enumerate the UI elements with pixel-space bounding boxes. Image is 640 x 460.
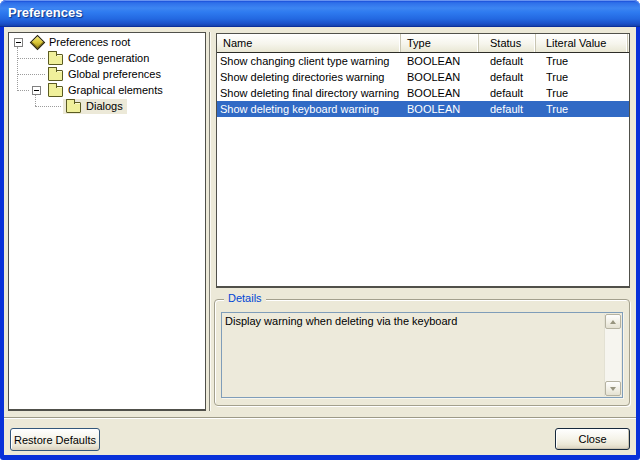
tree-item-label: Code generation [68,52,149,64]
dialog-content: Preferences root Code generation Global … [4,27,636,455]
cell-type: BOOLEAN [401,87,479,99]
table-header: Name Type Status Literal Value [217,34,629,53]
details-groupbox: Details Display warning when deleting vi… [214,299,630,406]
tree-item-label: Graphical elements [68,84,163,96]
tree-item-preferences-root[interactable]: Preferences root [10,34,204,50]
panel-splitter[interactable] [209,32,210,411]
cell-name: Show deleting directories warning [217,71,401,83]
scroll-up-button[interactable] [605,314,621,329]
details-scrollbar[interactable] [604,314,621,396]
tree-selection-highlight[interactable]: Dialogs [63,99,127,114]
tree-item-dialogs[interactable]: Dialogs [10,98,204,114]
preferences-tree: Preferences root Code generation Global … [8,32,206,411]
tree-item-label: Global preferences [68,68,161,80]
properties-table: Name Type Status Literal Value Show chan… [216,33,630,288]
details-groupbox-label: Details [224,292,266,304]
restore-defaults-button[interactable]: Restore Defaults [10,428,100,451]
column-header-name[interactable]: Name [217,34,401,52]
column-header-filler [628,34,630,52]
title-bar[interactable]: Preferences [0,0,640,27]
cell-literal-value: True [536,55,629,67]
collapse-minus-icon[interactable] [14,38,23,47]
cell-literal-value: True [536,87,629,99]
arrow-up-icon [610,320,616,324]
preferences-root-icon [29,35,45,50]
cell-name: Show deleting final directory warning [217,87,401,99]
cell-name: Show deleting keyboard warning [217,103,401,115]
tree-item-label: Dialogs [86,100,123,112]
cell-literal-value: True [536,71,629,83]
cell-status: default [479,87,536,99]
close-button[interactable]: Close [555,428,630,450]
cell-status: default [479,55,536,67]
table-row-selected[interactable]: Show deleting keyboard warning BOOLEAN d… [217,101,629,117]
column-header-status[interactable]: Status [479,34,536,52]
tree-item-code-generation[interactable]: Code generation [10,50,204,66]
window-title: Preferences [8,5,82,20]
cell-type: BOOLEAN [401,103,479,115]
scroll-down-button[interactable] [605,381,621,396]
cell-literal-value: True [536,103,629,115]
cell-type: BOOLEAN [401,55,479,67]
button-area-divider [4,417,636,419]
arrow-down-icon [610,387,616,391]
folder-icon [66,102,81,113]
tree-item-label: Preferences root [49,36,130,48]
cell-status: default [479,71,536,83]
table-row[interactable]: Show deleting final directory warning BO… [217,85,629,101]
tree-item-graphical-elements[interactable]: Graphical elements [10,82,204,98]
details-textarea[interactable]: Display warning when deleting via the ke… [221,312,623,398]
cell-name: Show changing client type warning [217,55,401,67]
folder-icon [48,70,63,81]
column-header-literal-value[interactable]: Literal Value [536,34,628,52]
cell-status: default [479,103,536,115]
details-text: Display warning when deleting via the ke… [225,315,600,327]
table-row[interactable]: Show changing client type warning BOOLEA… [217,53,629,69]
folder-icon [48,86,63,97]
preferences-dialog: Preferences Preferences root Code genera… [0,0,640,460]
table-row[interactable]: Show deleting directories warning BOOLEA… [217,69,629,85]
folder-icon [48,54,63,65]
collapse-minus-icon[interactable] [32,86,41,95]
column-header-type[interactable]: Type [401,34,479,52]
cell-type: BOOLEAN [401,71,479,83]
tree-item-global-preferences[interactable]: Global preferences [10,66,204,82]
